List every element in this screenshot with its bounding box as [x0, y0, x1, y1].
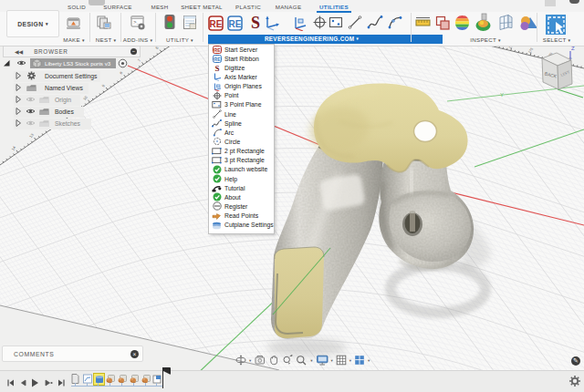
svg-text:S: S	[251, 14, 260, 32]
svg-text:S: S	[214, 64, 219, 73]
svg-text:Y: Y	[500, 92, 504, 98]
svg-text:RE: RE	[214, 47, 221, 53]
svg-text:RE: RE	[210, 19, 223, 29]
svg-text:RE: RE	[214, 57, 221, 62]
svg-text:RE: RE	[229, 19, 242, 29]
